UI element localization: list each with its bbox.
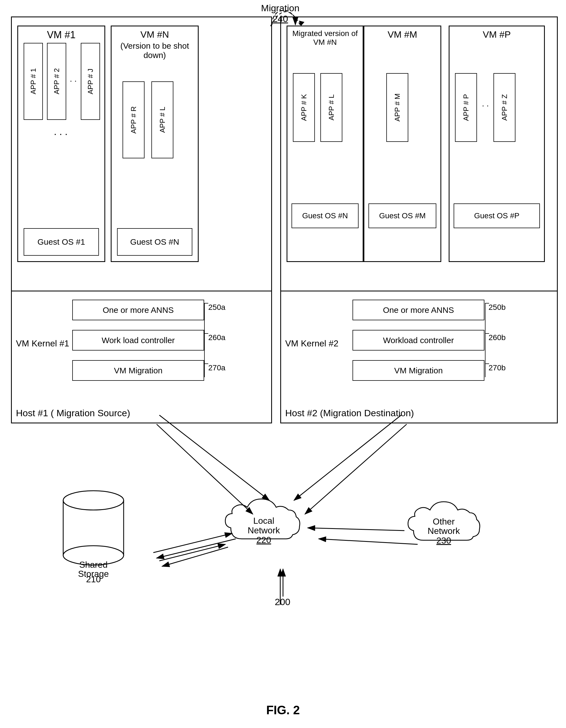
vmN-box: VM #N (Version to be shot down) APP # R … (111, 26, 199, 262)
vmM-label: VM #M (364, 29, 440, 40)
shared-storage: Shared Storage 210 (55, 484, 132, 584)
appP-box: APP # P (455, 73, 477, 142)
host1-anns-label: One or more ANNS (103, 305, 174, 315)
ref200-label: 200 (275, 597, 290, 607)
appJ-box: APP # J (81, 43, 100, 120)
local-network-cloud: Local Network 220 (220, 484, 308, 561)
svg-text:Shared: Shared (79, 560, 107, 570)
app2-box: APP # 2 (47, 43, 66, 120)
host2-label: Host #2 (Migration Destination) (285, 408, 414, 418)
vmP-label: VM #P (449, 29, 544, 40)
guest-osN-host1: Guest OS #N (117, 228, 192, 256)
host1-workload-ref: 260a (208, 333, 225, 342)
appL-box-vmN: APP # L (151, 81, 173, 158)
svg-line-23 (305, 424, 407, 514)
host1-anns-box: One or more ANNS (72, 300, 204, 320)
vmM-box: VM #M APP # M Guest OS #M (364, 26, 441, 262)
host1-anns-ref: 250a (208, 303, 225, 312)
svg-text:Other: Other (433, 517, 455, 526)
appL-migrated-box: APP # L (320, 73, 342, 142)
host2-migration-box: VM Migration (352, 360, 484, 381)
host1-label: Host #1 ( Migration Source) (16, 408, 130, 418)
host1-migration-box: VM Migration (72, 360, 204, 381)
host2-anns-ref: 250b (488, 303, 506, 312)
svg-line-3 (162, 547, 228, 566)
host1-workload-box: Work load controller (72, 330, 204, 351)
guest-osP: Guest OS #P (454, 203, 540, 228)
vm1-dots: · · · (54, 128, 68, 140)
host1-box: Host #1 ( Migration Source) VM Kernel #1… (11, 16, 272, 423)
host1-migration-label: VM Migration (114, 366, 163, 375)
host2-anns-box: One or more ANNS (352, 300, 484, 320)
host2-box: Host #2 (Migration Destination) VM Kerne… (280, 16, 558, 423)
vm-kernel1-section: VM Kernel #1 One or more ANNS 250a Work … (12, 291, 271, 395)
svg-text:220: 220 (256, 535, 271, 545)
svg-line-26 (308, 528, 404, 531)
svg-line-4 (159, 544, 225, 561)
svg-line-5 (319, 539, 418, 544)
vm-kernel2-section: VM Kernel #2 One or more ANNS 250b Workl… (281, 291, 557, 395)
vmN-migrated-label: Migrated version of VM #N (287, 29, 363, 47)
vm1-box: VM #1 APP # 1 APP # 2 · · APP # J · · · … (17, 26, 105, 262)
appK-box: APP # K (293, 73, 315, 142)
app-dots: · · (70, 76, 77, 85)
guest-osM: Guest OS #M (368, 203, 436, 228)
host2-migration-label: VM Migration (394, 366, 443, 375)
host2-workload-label: Workload controller (383, 336, 454, 345)
diagram: Host #1 ( Migration Source) VM Kernel #1… (0, 0, 566, 728)
shared-storage-cylinder: Shared Storage 210 (55, 484, 132, 583)
vmP-dots: · · (482, 101, 489, 110)
app1-box: APP # 1 (24, 43, 43, 120)
appM-box: APP # M (386, 73, 408, 142)
host2-anns-label: One or more ANNS (383, 305, 454, 315)
svg-text:Local: Local (253, 516, 275, 526)
host2-workload-ref: 260b (488, 333, 506, 342)
svg-line-2 (294, 415, 401, 500)
appZ-box: APP # Z (493, 73, 515, 142)
vmN-migrated-box: Migrated version of VM #N APP # K APP # … (286, 26, 363, 262)
svg-text:230: 230 (436, 536, 451, 545)
vm-kernel2-label: VM Kernel #2 (285, 338, 338, 348)
local-network: Local Network 220 (220, 484, 308, 562)
guest-os1: Guest OS #1 (24, 228, 99, 256)
host1-migration-ref: 270a (208, 363, 225, 372)
host1-workload-label: Work load controller (102, 336, 175, 345)
other-network-cloud: Other Network 230 (404, 489, 484, 561)
figure-label: FIG. 2 (266, 703, 300, 717)
guest-osN-migrated: Guest OS #N (291, 203, 358, 228)
appR-box: APP # R (123, 81, 145, 158)
vmN-label: VM #N (Version to be shot down) (112, 29, 198, 60)
other-network: Other Network 230 (404, 489, 484, 562)
host2-migration-ref: 270b (488, 363, 506, 372)
svg-text:Network: Network (248, 525, 280, 535)
svg-text:210: 210 (86, 574, 101, 583)
vm1-label: VM #1 (18, 29, 104, 41)
vmP-box: VM #P APP # P · · APP # Z Guest OS #P (449, 26, 545, 262)
host2-workload-box: Workload controller (352, 330, 484, 351)
svg-text:Network: Network (427, 526, 460, 536)
vm-kernel1-label: VM Kernel #1 (16, 338, 69, 348)
